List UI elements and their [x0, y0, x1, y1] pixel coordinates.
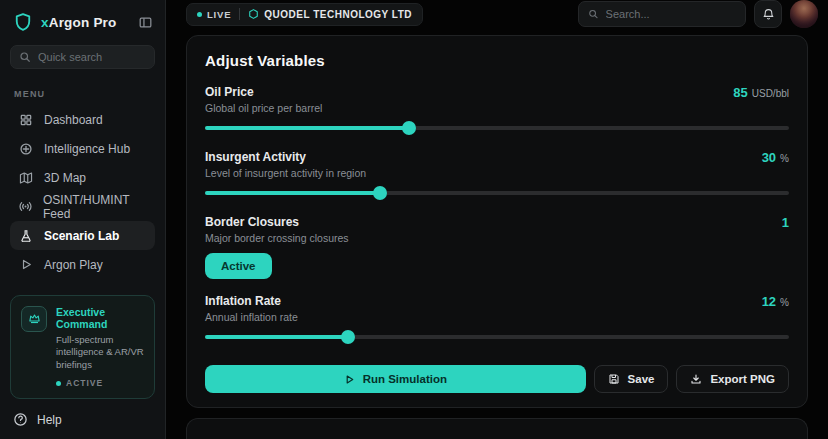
slider-thumb[interactable] — [341, 330, 355, 344]
variable-description: Global oil price per barrel — [205, 102, 322, 114]
sidebar-item-scenario-lab[interactable]: Scenario Lab — [10, 221, 155, 250]
save-icon — [608, 373, 620, 385]
brand-title: xArgon Pro — [41, 15, 117, 30]
compass-icon — [18, 142, 34, 156]
play-icon — [344, 374, 355, 385]
map-icon — [18, 171, 34, 185]
border-closures-toggle-button[interactable]: Active — [205, 253, 272, 279]
sidebar-item-3d-map[interactable]: 3D Map — [10, 163, 155, 192]
company-name: QUODEL TECHNOLOGY LTD — [248, 8, 412, 20]
promo-title: Executive Command — [56, 306, 144, 330]
topbar-right — [578, 0, 818, 28]
broadcast-icon — [18, 199, 33, 214]
slider-fill — [205, 126, 409, 130]
variable-row-insurgent-activity: Insurgent Activity Level of insurgent ac… — [205, 150, 789, 200]
quick-search-input[interactable] — [38, 51, 146, 63]
sidebar-item-label: 3D Map — [44, 171, 86, 185]
sidebar-item-label: Intelligence Hub — [44, 142, 130, 156]
sidebar-item-argon-play[interactable]: Argon Play — [10, 250, 155, 279]
live-indicator: LIVE — [197, 9, 231, 20]
slider-thumb[interactable] — [402, 121, 416, 135]
sidebar-item-label: Scenario Lab — [44, 229, 119, 243]
sidebar-item-osint-humint-feed[interactable]: OSINT/HUMINT Feed — [10, 192, 155, 221]
promo-text: Executive Command Full-spectrum intellig… — [56, 306, 144, 388]
panel-title: Adjust Variables — [205, 52, 789, 69]
grid-icon — [18, 113, 34, 127]
search-icon — [19, 51, 31, 63]
variable-name: Inflation Rate — [205, 294, 298, 308]
promo-description: Full-spectrum intelligence & AR/VR brief… — [56, 334, 144, 372]
slider-fill — [205, 191, 380, 195]
crown-icon — [21, 306, 47, 332]
sidebar-item-label: OSINT/HUMINT Feed — [43, 193, 147, 221]
sidebar-item-intelligence-hub[interactable]: Intelligence Hub — [10, 134, 155, 163]
variable-row-oil-price: Oil Price Global oil price per barrel 85… — [205, 85, 789, 135]
promo-status-label: ACTIVE — [66, 378, 103, 388]
promo-status: ACTIVE — [56, 378, 144, 388]
inflation-rate-slider[interactable] — [205, 330, 789, 344]
variable-value: 12 % — [762, 294, 789, 309]
notifications-button[interactable] — [754, 0, 782, 28]
active-status-dot — [56, 381, 61, 386]
sidebar-collapse-icon[interactable] — [138, 15, 153, 30]
variable-value: 1 — [782, 215, 789, 230]
variable-value: 85 USD/bbl — [733, 85, 789, 100]
topbar: LIVE QUODEL TECHNOLOGY LTD — [166, 0, 828, 28]
content-area: Adjust Variables Oil Price Global oil pr… — [166, 28, 828, 439]
search-icon — [588, 8, 599, 20]
global-search[interactable] — [578, 1, 746, 27]
play-icon — [18, 258, 34, 271]
variable-name: Insurgent Activity — [205, 150, 366, 164]
oil-price-slider[interactable] — [205, 121, 789, 135]
quick-search[interactable] — [10, 45, 155, 69]
download-icon — [690, 373, 702, 385]
panel-actions: Run Simulation Save — [205, 365, 789, 393]
variable-row-border-closures: Border Closures Major border crossing cl… — [205, 215, 789, 279]
variable-name: Oil Price — [205, 85, 322, 99]
sidebar-item-dashboard[interactable]: Dashboard — [10, 105, 155, 134]
help-label: Help — [37, 413, 62, 427]
sidebar-item-label: Argon Play — [44, 258, 103, 272]
live-label: LIVE — [207, 9, 231, 20]
run-simulation-button[interactable]: Run Simulation — [205, 365, 586, 393]
global-search-input[interactable] — [606, 8, 736, 20]
variable-description: Level of insurgent activity in region — [205, 167, 366, 179]
app-root: xArgon Pro MENU Dashboard — [0, 0, 828, 439]
variable-description: Annual inflation rate — [205, 311, 298, 323]
executive-command-card[interactable]: Executive Command Full-spectrum intellig… — [10, 295, 155, 399]
hexagon-icon — [248, 8, 259, 20]
chip-divider — [239, 8, 240, 20]
bell-icon — [762, 8, 775, 21]
adjust-variables-panel: Adjust Variables Oil Price Global oil pr… — [186, 35, 808, 408]
variable-value: 30 % — [762, 150, 789, 165]
variable-description: Major border crossing closures — [205, 232, 349, 244]
live-dot — [197, 12, 202, 17]
menu-section-label: MENU — [14, 89, 155, 99]
next-panel-partial — [186, 418, 808, 439]
sidebar-item-label: Dashboard — [44, 113, 103, 127]
logo-row: xArgon Pro — [10, 9, 155, 33]
flask-icon — [18, 229, 34, 243]
slider-thumb[interactable] — [373, 186, 387, 200]
insurgent-activity-slider[interactable] — [205, 186, 789, 200]
variable-row-inflation-rate: Inflation Rate Annual inflation rate 12 … — [205, 294, 789, 344]
sidebar: xArgon Pro MENU Dashboard — [0, 0, 166, 439]
help-icon — [13, 412, 28, 427]
help-button[interactable]: Help — [10, 412, 155, 427]
avatar[interactable] — [790, 0, 818, 28]
save-button[interactable]: Save — [594, 365, 669, 393]
main-area: LIVE QUODEL TECHNOLOGY LTD — [166, 0, 828, 439]
export-png-button[interactable]: Export PNG — [676, 365, 789, 393]
live-status-chip: LIVE QUODEL TECHNOLOGY LTD — [186, 3, 423, 26]
variable-name: Border Closures — [205, 215, 349, 229]
shield-logo-icon — [12, 11, 34, 33]
slider-fill — [205, 335, 348, 339]
